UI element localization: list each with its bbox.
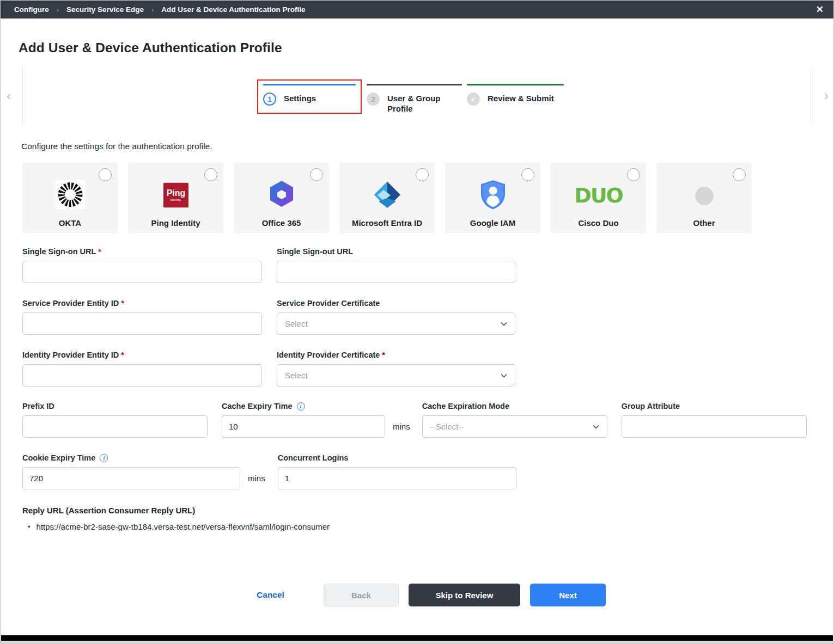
- required-asterisk: *: [382, 351, 385, 359]
- bullet-icon: •: [28, 523, 31, 531]
- cache-expiry-time-input[interactable]: [222, 415, 385, 438]
- identity-provider-cards: OKTA PingIdentity. Ping Identity Office …: [22, 163, 833, 233]
- provider-card-okta[interactable]: OKTA: [22, 163, 118, 233]
- step-2-circle: 2: [367, 93, 380, 106]
- cache-expiry-time-label: Cache Expiry Time i: [222, 402, 385, 410]
- prefix-id-label: Prefix ID: [22, 402, 208, 410]
- chevron-down-icon: [501, 373, 507, 378]
- provider-label: Ping Identity: [128, 218, 223, 228]
- sp-certificate-select[interactable]: Select: [277, 312, 515, 335]
- provider-card-ping-identity[interactable]: PingIdentity. Ping Identity: [128, 163, 223, 233]
- cache-expiration-mode-label: Cache Expiration Mode: [422, 402, 607, 410]
- cookie-expiry-unit: mins: [248, 474, 265, 483]
- single-sign-out-url-label: Single Sign-out URL: [277, 247, 515, 256]
- reply-url-label: Reply URL (Assertion Consumer Reply URL): [22, 506, 833, 515]
- group-attribute-label: Group Attribute: [622, 402, 807, 410]
- office365-radio[interactable]: [310, 168, 323, 181]
- provider-card-microsoft-entra-id[interactable]: Microsoft Entra ID: [339, 163, 435, 233]
- ping-radio[interactable]: [204, 168, 217, 181]
- sp-entity-id-label: Service Provider Entity ID *: [22, 299, 262, 308]
- prefix-id-input[interactable]: [22, 415, 208, 438]
- chevron-down-icon: [593, 425, 599, 429]
- back-button[interactable]: Back: [324, 584, 399, 606]
- office-365-logo-icon: [266, 179, 297, 210]
- breadcrumb-separator-icon: ›: [151, 5, 154, 14]
- okta-radio[interactable]: [99, 168, 112, 181]
- breadcrumb-add-auth-profile: Add User & Device Authentication Profile: [161, 5, 305, 14]
- required-asterisk: *: [121, 299, 124, 308]
- provider-label: Microsoft Entra ID: [339, 218, 435, 228]
- settings-form: Single Sign-on URL * Single Sign-out URL…: [22, 247, 833, 489]
- breadcrumb-security-service-edge[interactable]: Security Service Edge: [66, 5, 144, 14]
- other-placeholder-icon: [695, 186, 714, 205]
- wizard-stepper: ‹ › 1 Settings 2 User & Group Profile: [1, 68, 833, 125]
- required-asterisk: *: [121, 351, 124, 359]
- idp-entity-id-input[interactable]: [22, 364, 262, 387]
- required-asterisk: *: [98, 247, 101, 256]
- sp-certificate-label: Service Provider Certificate: [277, 299, 515, 308]
- step-user-group-profile[interactable]: 2 User & Group Profile: [367, 84, 462, 114]
- breadcrumb-configure[interactable]: Configure: [14, 5, 49, 14]
- idp-entity-id-label: Identity Provider Entity ID *: [22, 351, 262, 359]
- info-icon[interactable]: i: [100, 454, 108, 462]
- provider-label: Google IAM: [445, 218, 540, 228]
- provider-card-cisco-duo[interactable]: DUO Cisco Duo: [551, 163, 646, 233]
- provider-label: OKTA: [22, 218, 118, 228]
- step-3-check-icon: ✓: [467, 93, 480, 106]
- group-attribute-input[interactable]: [622, 415, 807, 438]
- chevron-left-icon[interactable]: ‹: [7, 89, 11, 102]
- provider-label: Other: [656, 218, 752, 228]
- cache-expiration-mode-select[interactable]: --Select--: [422, 415, 607, 438]
- idp-certificate-select[interactable]: Select: [277, 364, 515, 387]
- page-title: Add User & Device Authentication Profile: [19, 40, 833, 56]
- okta-logo-icon: [56, 180, 85, 209]
- step-3-label: Review & Submit: [488, 93, 554, 104]
- chevron-down-icon: [501, 322, 507, 326]
- info-icon[interactable]: i: [297, 402, 305, 410]
- step-1-label: Settings: [284, 93, 316, 104]
- footer-actions: Cancel Back Skip to Review Next: [1, 584, 833, 606]
- google-iam-radio[interactable]: [521, 168, 534, 181]
- google-iam-logo-icon: [479, 179, 507, 210]
- next-button[interactable]: Next: [530, 584, 606, 606]
- concurrent-logins-label: Concurrent Logins: [278, 453, 516, 462]
- step-2-progress-line: [367, 84, 462, 85]
- sp-entity-id-input[interactable]: [22, 312, 262, 335]
- cancel-button[interactable]: Cancel: [257, 590, 284, 600]
- skip-to-review-button[interactable]: Skip to Review: [409, 584, 520, 606]
- bottom-black-bar: [1, 635, 833, 641]
- bottom-gray-strip: [1, 641, 833, 643]
- svg-text:Ping: Ping: [166, 188, 185, 198]
- other-radio[interactable]: [733, 168, 746, 181]
- cookie-expiry-time-input[interactable]: [22, 467, 240, 489]
- entra-radio[interactable]: [416, 168, 429, 181]
- cache-expiry-unit: mins: [393, 422, 410, 431]
- cookie-expiry-time-label: Cookie Expiry Time i: [22, 453, 240, 462]
- reply-url-value: https://acme-br2-sase-gw-tb184.versa-tes…: [36, 522, 330, 531]
- provider-card-google-iam[interactable]: Google IAM: [445, 163, 540, 233]
- single-sign-on-url-input[interactable]: [22, 261, 262, 283]
- single-sign-on-url-label: Single Sign-on URL *: [22, 247, 262, 256]
- page-description: Configure the settings for the authentic…: [21, 142, 833, 151]
- chevron-right-icon[interactable]: ›: [824, 89, 829, 102]
- step-review-submit[interactable]: ✓ Review & Submit: [467, 84, 564, 106]
- step-settings-highlighted[interactable]: 1 Settings: [257, 79, 362, 114]
- provider-card-other[interactable]: Other: [656, 163, 752, 233]
- cisco-duo-radio[interactable]: [627, 168, 640, 181]
- breadcrumb-separator-icon: ›: [57, 5, 59, 14]
- cisco-duo-logo-icon: DUO: [574, 183, 623, 207]
- concurrent-logins-input[interactable]: [278, 467, 516, 489]
- close-icon[interactable]: ✕: [816, 5, 824, 14]
- breadcrumb-bar: Configure › Security Service Edge › Add …: [1, 1, 833, 19]
- microsoft-entra-logo-icon: [372, 180, 403, 208]
- provider-label: Cisco Duo: [551, 218, 646, 228]
- reply-url-item: • https://acme-br2-sase-gw-tb184.versa-t…: [28, 522, 833, 531]
- provider-label: Office 365: [234, 218, 329, 228]
- step-2-label: User & Group Profile: [387, 93, 454, 114]
- provider-card-office-365[interactable]: Office 365: [234, 163, 329, 233]
- step-settings-progress-line: [263, 84, 356, 85]
- step-3-progress-line: [467, 84, 564, 85]
- modal-window: Configure › Security Service Edge › Add …: [0, 0, 834, 644]
- single-sign-out-url-input[interactable]: [277, 261, 515, 283]
- idp-certificate-label: Identity Provider Certificate *: [277, 351, 515, 359]
